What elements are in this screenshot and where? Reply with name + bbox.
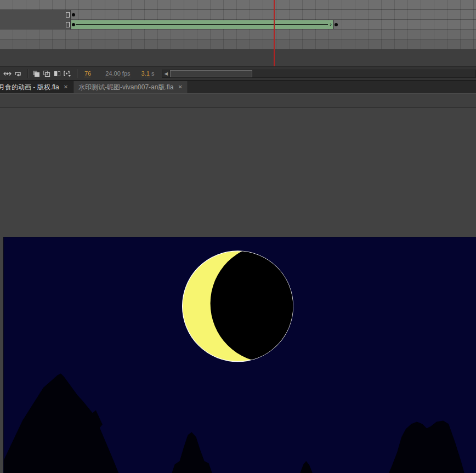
center-frame-button[interactable] [2, 69, 13, 78]
onion-skin-outlines-button[interactable] [41, 69, 52, 78]
tab-label: 月食的动画 - 版权.fla [0, 83, 59, 92]
end-keyframe-dot[interactable] [335, 23, 338, 26]
toolbar-separator [77, 69, 78, 78]
tab-close-icon[interactable]: ✕ [178, 84, 182, 90]
loop-icon [14, 70, 22, 77]
animate-app-window: › [0, 0, 476, 473]
frame-rate-hot-text[interactable]: 24.00 fps [105, 70, 130, 77]
timeline-toolbar: 76 24.00 fps 3.1 s ◀ [0, 66, 476, 81]
scrollbar-left-arrow[interactable]: ◀ [162, 70, 170, 78]
timeline-row[interactable] [0, 30, 476, 39]
timeline-row[interactable] [0, 39, 476, 49]
scrollbar-track[interactable] [170, 70, 476, 78]
tab-watermark-test[interactable]: 水印测试-昵图-vivan007-an版.fla ✕ [73, 81, 188, 93]
elapsed-time-hot-text[interactable]: 3.1 s [141, 70, 155, 77]
eclipse-scene [4, 237, 476, 473]
pasteboard[interactable] [0, 108, 476, 473]
layer-outline-color-swatch[interactable] [66, 22, 70, 27]
edit-bar [0, 93, 476, 108]
elapsed-time-value: 3.1 [141, 70, 150, 77]
playhead[interactable] [274, 0, 275, 66]
loop-button[interactable] [13, 69, 23, 78]
toolbar-separator [27, 69, 29, 78]
motion-tween-span[interactable]: › [71, 20, 333, 29]
center-frame-icon [3, 70, 12, 77]
onion-skin-outlines-icon [43, 70, 50, 77]
layer-name-panel[interactable] [0, 10, 71, 30]
elapsed-time-unit: s [151, 70, 155, 77]
modify-markers-button[interactable] [62, 69, 72, 78]
document-tab-bar: 月食的动画 - 版权.fla ✕ 水印测试-昵图-vivan007-an版.fl… [0, 81, 476, 93]
tab-close-icon[interactable]: ✕ [64, 84, 68, 90]
timeline-scrollbar[interactable]: ◀ [162, 70, 476, 78]
edit-multiple-frames-icon [53, 70, 61, 77]
keyframe-dot[interactable] [72, 13, 75, 16]
timeline-row[interactable] [0, 0, 476, 10]
tween-arrow-line [76, 24, 328, 25]
layer-outline-color-swatch[interactable] [66, 12, 70, 18]
edit-multiple-frames-button[interactable] [52, 69, 62, 78]
current-frame-hot-text[interactable]: 76 [84, 70, 91, 77]
stage-canvas[interactable] [3, 237, 476, 473]
onion-skin-button[interactable] [31, 69, 41, 78]
keyframe-dot[interactable] [72, 23, 75, 26]
tween-arrowhead-icon: › [330, 21, 332, 28]
modify-markers-icon [63, 70, 72, 77]
onion-skin-icon [32, 70, 40, 77]
scrollbar-thumb[interactable] [170, 70, 252, 77]
tab-eclipse-animation[interactable]: 月食的动画 - 版权.fla ✕ [0, 81, 73, 93]
tab-label: 水印测试-昵图-vivan007-an版.fla [78, 83, 173, 92]
timeline-frames-area[interactable]: › [0, 0, 476, 66]
